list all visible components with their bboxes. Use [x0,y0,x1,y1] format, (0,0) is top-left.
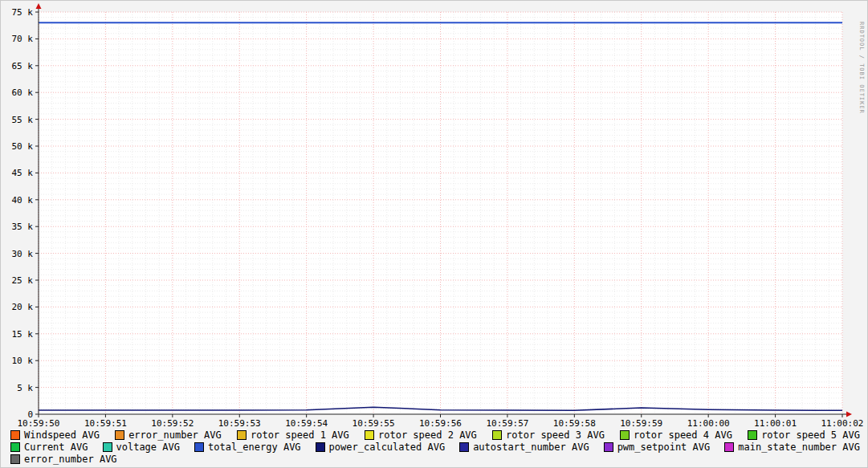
legend-row-3: error_number AVG [10,453,860,465]
legend-swatch [237,430,247,440]
x-tick-label: 10:59:56 [419,418,462,428]
x-axis-arrow [846,412,852,417]
y-tick-label: 0 [27,409,33,420]
rrdtool-watermark: RRDTOOL / TOBI OETIKER [858,22,865,114]
legend-label: main_state_number AVG [738,442,860,453]
legend-swatch [10,430,20,440]
legend-item: rotor speed 5 AVG [748,429,860,441]
legend-item: main_state_number AVG [724,442,860,453]
legend-item: error_number AVG [115,429,222,441]
y-tick-label: 30 k [12,249,34,259]
x-tick-label: 10:59:58 [553,418,596,428]
legend-swatch [103,442,112,452]
legend-label: rotor speed 1 AVG [251,429,349,441]
y-tick-label: 45 k [12,168,34,178]
legend-label: rotor speed 3 AVG [506,429,605,441]
x-tick-label: 10:59:54 [285,418,328,428]
legend-item: Windspeed AVG [10,429,100,441]
x-tick-label: 10:59:50 [18,418,60,428]
legend-swatch [748,430,757,440]
legend-swatch [316,442,325,452]
y-tick-label: 50 k [12,141,34,152]
legend-label: pwm_setpoint AVG [617,442,711,453]
legend-label: rotor speed 5 AVG [761,429,860,441]
legend-item: autostart_number AVG [459,442,589,453]
y-tick-label: 25 k [12,275,34,286]
legend-swatch [620,430,630,440]
legend-swatch [10,442,20,452]
legend-item: pwm_setpoint AVG [604,442,711,453]
legend-label: error_number AVG [24,454,117,465]
y-tick-label: 20 k [12,302,34,312]
legend-swatch [10,454,20,464]
legend-swatch [492,430,502,440]
legend-label: error_number AVG [128,429,222,441]
x-tick-label: 10:59:59 [620,418,662,428]
y-tick-label: 70 k [12,34,34,44]
x-tick-label: 10:59:57 [486,418,528,428]
legend-label: voltage AVG [116,442,180,453]
y-tick-label: 5 k [17,383,33,393]
legend-swatch [604,442,613,452]
y-tick-label: 15 k [12,329,34,340]
x-tick-label: 11:00:01 [754,418,797,428]
legend-swatch [724,442,734,452]
legend-label: Current AVG [24,442,88,453]
x-tick-label: 10:59:53 [218,418,261,428]
y-tick-label: 40 k [12,195,34,206]
legend: Windspeed AVG error_number AVG rotor spe… [10,429,860,465]
chart-plot: 10:59:5010:59:5110:59:5210:59:5310:59:54… [1,1,868,428]
y-tick-label: 55 k [12,115,34,125]
legend-item: rotor speed 2 AVG [365,429,477,441]
x-tick-label: 10:59:51 [84,418,127,428]
legend-item: Current AVG [10,442,88,453]
x-tick-label: 10:59:52 [151,418,194,428]
x-tick-label: 11:00:02 [821,418,864,428]
x-tick-label: 10:59:55 [352,418,395,428]
legend-item: error_number AVG [10,454,117,465]
legend-item: rotor speed 4 AVG [620,429,732,441]
y-tick-label: 65 k [12,61,34,71]
legend-item: power_calculated AVG [316,442,446,453]
legend-row-2: Current AVG voltage AVG total_energy AVG… [10,441,860,453]
legend-label: total_energy AVG [208,442,301,453]
legend-swatch [459,442,469,452]
rrd-graph: 10:59:5010:59:5110:59:5210:59:5310:59:54… [0,0,868,468]
y-tick-label: 75 k [12,7,34,18]
legend-swatch [115,430,124,440]
legend-item: rotor speed 1 AVG [237,429,349,441]
y-tick-label: 10 k [12,356,34,366]
legend-swatch [365,430,374,440]
legend-label: Windspeed AVG [24,429,100,441]
legend-item: rotor speed 3 AVG [492,429,605,441]
legend-item: total_energy AVG [194,442,301,453]
legend-label: power_calculated AVG [329,442,446,453]
x-tick-label: 11:00:00 [687,418,730,428]
legend-label: rotor speed 4 AVG [634,429,732,441]
y-axis-arrow [36,3,42,9]
legend-swatch [194,442,204,452]
y-tick-label: 60 k [12,87,34,98]
legend-label: autostart_number AVG [473,442,589,453]
y-tick-label: 35 k [12,222,34,232]
legend-label: rotor speed 2 AVG [378,429,477,441]
legend-row-1: Windspeed AVG error_number AVG rotor spe… [10,429,860,441]
legend-item: voltage AVG [103,442,180,453]
